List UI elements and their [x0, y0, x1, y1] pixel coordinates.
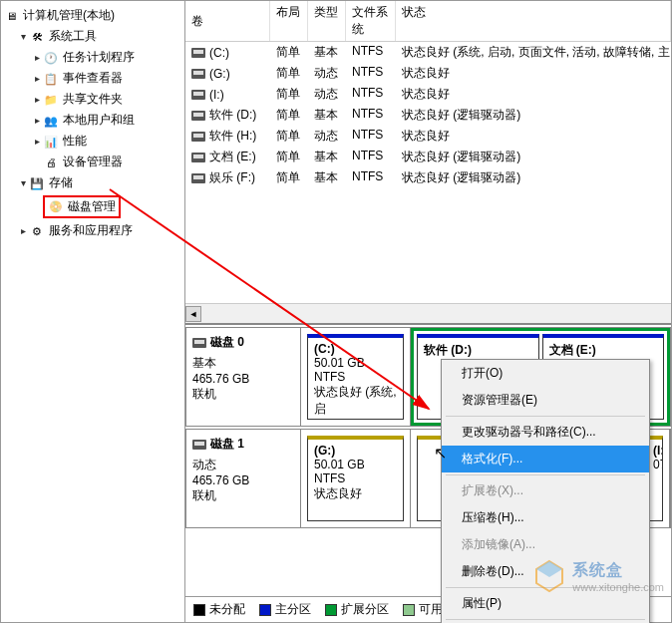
- tree-label: 系统工具: [49, 28, 97, 45]
- collapse-icon[interactable]: ▾: [17, 177, 29, 188]
- disk-mgmt-icon: 📀: [48, 198, 64, 214]
- expand-icon[interactable]: ▸: [31, 94, 43, 105]
- tree-device-manager[interactable]: 🖨设备管理器: [3, 152, 182, 172]
- volume-row[interactable]: 软件 (D:)简单基本NTFS状态良好 (逻辑驱动器): [185, 105, 671, 126]
- header-type[interactable]: 类型: [308, 1, 346, 41]
- horizontal-scrollbar[interactable]: ◄: [185, 303, 671, 323]
- tree-label: 设备管理器: [63, 154, 123, 170]
- expand-icon[interactable]: ▸: [31, 115, 43, 126]
- disk-icon: [192, 440, 206, 450]
- header-volume[interactable]: 卷: [185, 1, 270, 41]
- volume-type: 基本: [308, 43, 346, 62]
- volume-row[interactable]: (G:)简单动态NTFS状态良好: [185, 63, 671, 84]
- disk-0-info[interactable]: 磁盘 0 基本 465.76 GB 联机: [186, 328, 301, 426]
- tree-root[interactable]: 🖥计算机管理(本地): [3, 5, 182, 26]
- menu-format[interactable]: 格式化(F)...: [442, 446, 649, 472]
- tree-local-users[interactable]: ▸👥本地用户和组: [3, 110, 182, 131]
- menu-explorer[interactable]: 资源管理器(E): [442, 387, 649, 414]
- part-name: (C:): [314, 342, 335, 356]
- scroll-left-icon[interactable]: ◄: [185, 306, 201, 322]
- volume-row[interactable]: 软件 (H:)简单动态NTFS状态良好: [185, 126, 671, 147]
- volume-status: 状态良好: [396, 85, 671, 104]
- volume-name: 娱乐 (F:): [209, 169, 255, 186]
- tree-label: 共享文件夹: [63, 91, 123, 108]
- expand-icon[interactable]: ▸: [31, 52, 43, 63]
- tree-services[interactable]: ▸⚙服务和应用程序: [3, 220, 182, 241]
- tree-label: 存储: [49, 174, 73, 191]
- disk-type: 基本: [192, 355, 294, 372]
- menu-change-letter[interactable]: 更改驱动器号和路径(C)...: [442, 419, 649, 446]
- menu-extend[interactable]: 扩展卷(X)...: [442, 477, 649, 504]
- volume-status: 状态良好 (逻辑驱动器): [396, 106, 671, 125]
- expand-icon[interactable]: ▸: [31, 73, 43, 84]
- menu-properties[interactable]: 属性(P): [442, 590, 649, 617]
- tree-system-tools[interactable]: ▾🛠系统工具: [3, 26, 182, 47]
- tools-icon: 🛠: [29, 29, 45, 45]
- services-icon: ⚙: [29, 223, 45, 239]
- volume-fs: NTFS: [346, 168, 396, 187]
- disk-type: 动态: [192, 457, 294, 473]
- volume-icon: [191, 48, 205, 58]
- tree-shared-folders[interactable]: ▸📁共享文件夹: [3, 89, 182, 110]
- volume-row[interactable]: (C:)简单基本NTFS状态良好 (系统, 启动, 页面文件, 活动, 故障转储…: [185, 42, 671, 63]
- partition-g[interactable]: (G:) 50.01 GB NTFS 状态良好: [301, 430, 411, 527]
- volume-icon: [191, 111, 205, 121]
- volume-layout: 简单: [270, 43, 308, 62]
- volume-status: 状态良好: [396, 64, 671, 83]
- legend-unalloc-box: [193, 604, 205, 616]
- expand-icon[interactable]: ▸: [31, 136, 43, 147]
- volume-fs: NTFS: [346, 85, 396, 104]
- header-fs[interactable]: 文件系统: [346, 1, 396, 41]
- watermark-title: 系统盒: [572, 560, 664, 581]
- volume-fs: NTFS: [346, 127, 396, 146]
- volume-type: 基本: [308, 106, 346, 125]
- tree-disk-mgmt[interactable]: 📀磁盘管理: [3, 193, 182, 220]
- volume-row[interactable]: 文档 (E:)简单基本NTFS状态良好 (逻辑驱动器): [185, 147, 671, 167]
- menu-open[interactable]: 打开(O): [442, 360, 649, 387]
- legend-free-box: [403, 604, 415, 616]
- partition-c[interactable]: (C:) 50.01 GB NTFS 状态良好 (系统, 启: [301, 328, 411, 426]
- disk-size: 465.76 GB: [192, 473, 294, 487]
- tree-event-viewer[interactable]: ▸📋事件查看器: [3, 68, 182, 89]
- tree-label: 服务和应用程序: [49, 222, 133, 239]
- volume-status: 状态良好 (逻辑驱动器): [396, 168, 671, 187]
- volume-layout: 简单: [270, 85, 308, 104]
- volume-icon: [191, 69, 205, 79]
- header-status[interactable]: 状态: [396, 1, 671, 41]
- header-layout[interactable]: 布局: [270, 1, 308, 41]
- disk-title: 磁盘 1: [210, 436, 244, 453]
- part-name: (I:): [653, 444, 663, 458]
- volume-layout: 简单: [270, 106, 308, 125]
- volume-name: 软件 (D:): [209, 107, 256, 124]
- tree-storage[interactable]: ▾💾存储: [3, 172, 182, 193]
- volume-type: 基本: [308, 148, 346, 166]
- volume-name: (I:): [209, 88, 224, 102]
- volume-row[interactable]: 娱乐 (F:)简单基本NTFS状态良好 (逻辑驱动器): [185, 167, 671, 188]
- collapse-icon[interactable]: ▾: [17, 31, 29, 42]
- device-icon: 🖨: [43, 155, 59, 170]
- volume-name: 软件 (H:): [209, 128, 256, 145]
- menu-shrink[interactable]: 压缩卷(H)...: [442, 504, 649, 531]
- volume-fs: NTFS: [346, 106, 396, 125]
- legend-primary: 主分区: [275, 601, 311, 618]
- part-size: 50.01 GB NTFS: [314, 458, 365, 485]
- tree-task-scheduler[interactable]: ▸🕐任务计划程序: [3, 47, 182, 68]
- volume-type: 动态: [308, 85, 346, 104]
- volume-row[interactable]: (I:)简单动态NTFS状态良好: [185, 84, 671, 105]
- menu-separator: [446, 619, 645, 620]
- storage-icon: 💾: [29, 175, 45, 191]
- part-name: 文档 (E:): [549, 343, 596, 357]
- cursor-icon: ↖: [434, 444, 447, 463]
- menu-add-mirror[interactable]: 添加镜像(A)...: [442, 531, 649, 558]
- volume-fs: NTFS: [346, 148, 396, 166]
- volume-fs: NTFS: [346, 64, 396, 83]
- disk-status: 联机: [192, 487, 294, 504]
- tree-performance[interactable]: ▸📊性能: [3, 131, 182, 152]
- volume-name: (C:): [209, 46, 229, 60]
- volume-list-header: 卷 布局 类型 文件系统 状态: [185, 1, 671, 42]
- users-icon: 👥: [43, 113, 59, 129]
- volume-icon: [191, 90, 205, 100]
- disk-title: 磁盘 0: [210, 334, 244, 351]
- disk-1-info[interactable]: 磁盘 1 动态 465.76 GB 联机: [186, 430, 301, 527]
- expand-icon[interactable]: ▸: [17, 225, 29, 236]
